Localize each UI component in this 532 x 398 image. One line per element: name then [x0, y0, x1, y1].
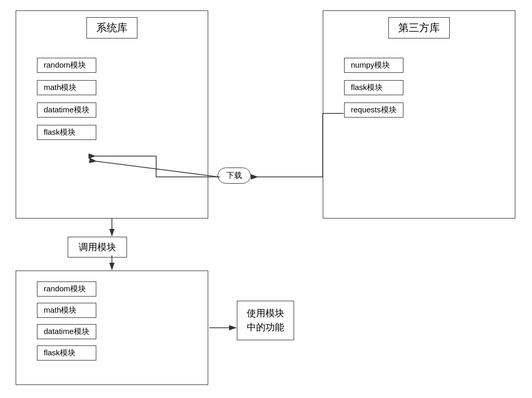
- sys-mod-1: math模块: [37, 80, 96, 95]
- third-lib-modules: numpy模块 flask模块 requests模块: [344, 58, 403, 118]
- sys-lib-title: 系统库: [86, 17, 137, 38]
- use-module-box: 使用模块中的功能: [237, 301, 294, 340]
- download-label: 下载: [218, 168, 251, 184]
- third-lib-title: 第三方库: [388, 17, 450, 38]
- download-button[interactable]: 下载: [218, 168, 251, 184]
- bottom-mod-3: flask模块: [37, 345, 96, 361]
- invoke-module-box: 调用模块: [68, 237, 127, 258]
- use-module-label: 使用模块中的功能: [237, 301, 294, 340]
- sys-mod-2: datatime模块: [37, 102, 96, 118]
- diagram-container: 系统库 random模块 math模块 datatime模块 flask模块 第…: [0, 0, 532, 398]
- bottom-mod-2: datatime模块: [37, 324, 96, 339]
- third-mod-2: requests模块: [344, 102, 403, 118]
- bottom-mod-0: random模块: [37, 281, 96, 297]
- third-lib-title-wrapper: 第三方库: [388, 17, 450, 38]
- sys-lib-title-wrapper: 系统库: [86, 17, 137, 38]
- invoke-module-label: 调用模块: [68, 237, 127, 258]
- sys-lib-box: 系统库 random模块 math模块 datatime模块 flask模块: [16, 10, 208, 219]
- third-mod-0: numpy模块: [344, 58, 403, 73]
- bottom-box: random模块 math模块 datatime模块 flask模块: [16, 271, 208, 385]
- sys-lib-modules: random模块 math模块 datatime模块 flask模块: [37, 58, 96, 140]
- third-mod-1: flask模块: [344, 80, 403, 95]
- sys-mod-0: random模块: [37, 58, 96, 73]
- sys-mod-3: flask模块: [37, 125, 96, 140]
- third-lib-box: 第三方库 numpy模块 flask模块 requests模块: [323, 10, 515, 219]
- bottom-modules: random模块 math模块 datatime模块 flask模块: [37, 281, 96, 361]
- bottom-mod-1: math模块: [37, 303, 96, 318]
